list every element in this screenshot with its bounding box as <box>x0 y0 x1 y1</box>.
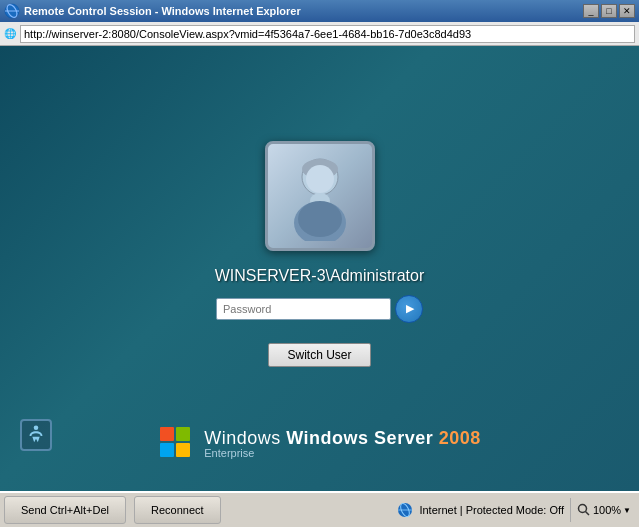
zoom-icon <box>577 503 591 517</box>
edition-label: Enterprise <box>204 447 480 459</box>
password-input[interactable] <box>216 298 391 320</box>
zoom-label: 100% <box>593 504 621 516</box>
page-icon: 🌐 <box>4 28 16 39</box>
branding-text: Windows Windows Server 2008 Enterprise <box>204 428 480 459</box>
status-bar: Send Ctrl+Alt+Del Reconnect Internet | P… <box>0 491 639 527</box>
status-right-area: Internet | Protected Mode: Off 100% ▼ <box>225 493 639 527</box>
login-button[interactable] <box>395 295 423 323</box>
accessibility-button[interactable] <box>20 419 52 451</box>
minimize-button[interactable]: _ <box>583 4 599 18</box>
svg-rect-13 <box>160 443 174 457</box>
svg-point-10 <box>298 201 342 237</box>
zoom-control[interactable]: 100% ▼ <box>577 503 631 517</box>
reconnect-button[interactable]: Reconnect <box>134 496 221 524</box>
ie-icon <box>4 3 20 19</box>
login-screen: WINSERVER-3\Administrator Switch User <box>0 46 639 491</box>
svg-line-19 <box>585 512 589 516</box>
svg-rect-14 <box>176 443 190 457</box>
ctrl-alt-del-button[interactable]: Send Ctrl+Alt+Del <box>4 496 126 524</box>
svg-rect-11 <box>160 427 174 441</box>
address-input[interactable] <box>20 25 635 43</box>
user-avatar <box>265 141 375 251</box>
windows-branding: Windows Windows Server 2008 Enterprise <box>158 425 480 461</box>
svg-rect-12 <box>176 427 190 441</box>
browser-title: Remote Control Session - Windows Interne… <box>24 5 579 17</box>
svg-point-7 <box>306 165 334 193</box>
password-row <box>216 295 423 323</box>
protected-mode-label: Internet | Protected Mode: Off <box>419 504 564 516</box>
status-ie-icon <box>397 502 413 518</box>
window-controls: _ □ ✕ <box>583 4 635 18</box>
zoom-arrow-icon: ▼ <box>623 506 631 515</box>
status-separator <box>570 498 571 522</box>
browser-window: Remote Control Session - Windows Interne… <box>0 0 639 527</box>
username-label: WINSERVER-3\Administrator <box>215 267 425 285</box>
close-button[interactable]: ✕ <box>619 4 635 18</box>
svg-point-3 <box>34 425 39 430</box>
svg-point-18 <box>578 505 586 513</box>
product-name: Windows Windows Server 2008 <box>204 428 480 449</box>
maximize-button[interactable]: □ <box>601 4 617 18</box>
title-bar: Remote Control Session - Windows Interne… <box>0 0 639 22</box>
switch-user-button[interactable]: Switch User <box>268 343 370 367</box>
address-bar: 🌐 <box>0 22 639 46</box>
